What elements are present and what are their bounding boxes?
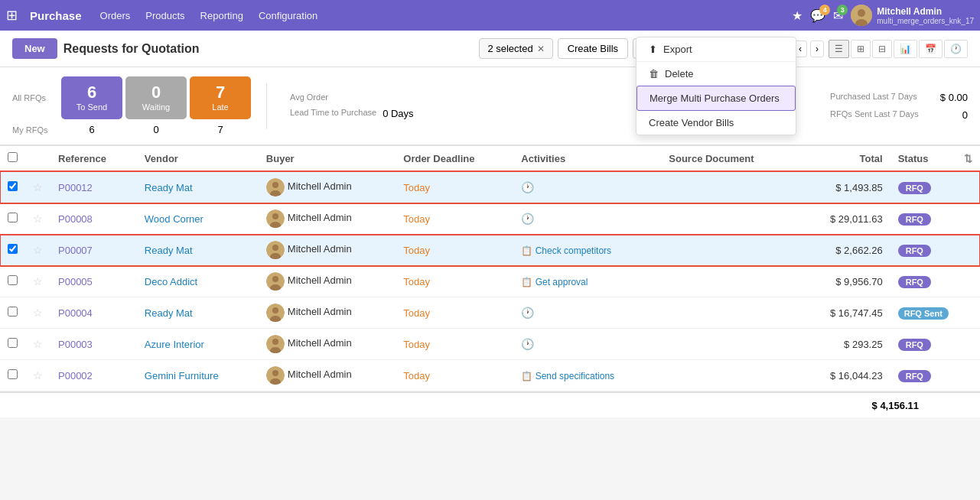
create-bills-button[interactable]: Create Bills [558, 38, 628, 59]
row-activities[interactable]: 📋 Get approval [513, 266, 661, 297]
new-button[interactable]: New [12, 38, 57, 59]
activity-link[interactable]: 📋 Check competitors [521, 245, 611, 256]
clock-view-button[interactable]: 🕐 [944, 40, 968, 58]
grid-view-button[interactable]: ⊟ [872, 40, 892, 58]
row-order-deadline: Today [396, 297, 513, 329]
row-star-cell[interactable]: ☆ [25, 360, 50, 391]
app-name[interactable]: Purchase [30, 9, 82, 22]
merge-menu-item[interactable]: Merge Multi Purchase Orders [637, 86, 796, 111]
th-activities[interactable]: Activities [513, 146, 661, 171]
to-send-stat[interactable]: 6 To Send [61, 76, 122, 119]
row-star-cell[interactable]: ☆ [25, 266, 50, 297]
row-reference[interactable]: P00003 [50, 329, 137, 360]
activity-link[interactable]: 📋 Send specifications [521, 371, 614, 381]
create-vendor-bills-menu-item[interactable]: Create Vendor Bills [637, 111, 796, 135]
row-star-cell[interactable]: ☆ [25, 171, 50, 203]
row-activities[interactable]: 📋 Check competitors [513, 235, 661, 266]
nav-configuration[interactable]: Configuration [259, 10, 317, 21]
star-icon-btn[interactable]: ★ [792, 8, 803, 23]
row-checkbox[interactable] [8, 213, 18, 222]
row-checkbox-cell[interactable] [0, 203, 25, 235]
row-reference[interactable]: P00005 [50, 266, 137, 297]
th-select-all[interactable] [0, 146, 25, 171]
nav-reporting[interactable]: Reporting [200, 10, 243, 21]
row-vendor[interactable]: Ready Mat [137, 235, 259, 266]
row-reference[interactable]: P00008 [50, 203, 137, 235]
star-icon[interactable]: ☆ [33, 369, 43, 381]
row-checkbox-cell[interactable] [0, 266, 25, 297]
list-view-button[interactable]: ☰ [829, 40, 849, 58]
row-activities[interactable]: 🕐 [513, 297, 661, 329]
nav-orders[interactable]: Orders [100, 10, 131, 21]
th-source-document[interactable]: Source Document [661, 146, 798, 171]
status-badge: RFQ [898, 245, 931, 257]
row-reference[interactable]: P00012 [50, 171, 137, 203]
export-menu-item[interactable]: ⬆ Export [637, 37, 796, 61]
th-total[interactable]: Total [798, 146, 890, 171]
row-star-cell[interactable]: ☆ [25, 297, 50, 329]
row-reference[interactable]: P00007 [50, 235, 137, 266]
row-reference[interactable]: P00004 [50, 297, 137, 329]
row-reference[interactable]: P00002 [50, 360, 137, 391]
row-activities[interactable]: 🕐 [513, 329, 661, 360]
row-checkbox-cell[interactable] [0, 297, 25, 329]
star-icon[interactable]: ☆ [33, 307, 43, 319]
deselect-icon[interactable]: ✕ [537, 44, 545, 54]
row-star-cell[interactable]: ☆ [25, 203, 50, 235]
star-icon[interactable]: ☆ [33, 213, 43, 225]
th-order-deadline[interactable]: Order Deadline [396, 146, 513, 171]
star-icon[interactable]: ☆ [33, 275, 43, 287]
row-vendor[interactable]: Wood Corner [137, 203, 259, 235]
row-checkbox-cell[interactable] [0, 329, 25, 360]
waiting-stat[interactable]: 0 Waiting [125, 76, 187, 119]
row-source-document [661, 297, 798, 329]
row-checkbox-cell[interactable] [0, 171, 25, 203]
activity-link[interactable]: 📋 Get approval [521, 277, 588, 287]
row-vendor[interactable]: Ready Mat [137, 297, 259, 329]
row-activities[interactable]: 🕐 [513, 203, 661, 235]
notifications-icon[interactable]: 💬 4 [810, 8, 825, 23]
row-star-cell[interactable]: ☆ [25, 329, 50, 360]
selected-button[interactable]: 2 selected ✕ [479, 38, 552, 59]
row-checkbox[interactable] [8, 275, 18, 285]
row-checkbox[interactable] [8, 369, 18, 379]
row-vendor[interactable]: Deco Addict [137, 266, 259, 297]
row-checkbox-cell[interactable] [0, 360, 25, 391]
kanban-view-button[interactable]: ⊞ [851, 40, 871, 58]
app-grid-icon[interactable]: ⊞ [6, 7, 18, 24]
th-status[interactable]: Status ⇅ [890, 146, 980, 171]
chart-view-button[interactable]: 📊 [894, 40, 917, 58]
row-vendor[interactable]: Gemini Furniture [137, 360, 259, 391]
row-checkbox-cell[interactable] [0, 235, 25, 266]
calendar-view-button[interactable]: 📅 [919, 40, 943, 58]
select-all-checkbox[interactable] [8, 152, 18, 162]
row-activities[interactable]: 🕐 [513, 171, 661, 203]
row-order-deadline: Today [396, 171, 513, 203]
row-activities[interactable]: 📋 Send specifications [513, 360, 661, 391]
user-info[interactable]: Mitchell Admin multi_merge_orders_knk_17 [851, 5, 974, 26]
row-checkbox[interactable] [8, 181, 18, 191]
next-page-button[interactable]: › [810, 41, 824, 57]
messages-icon[interactable]: ✉ 3 [833, 8, 843, 23]
all-rfqs-label: All RFQs [12, 93, 58, 102]
row-vendor[interactable]: Ready Mat [137, 171, 259, 203]
th-reference[interactable]: Reference [50, 146, 137, 171]
avatar [851, 5, 872, 26]
column-adjust-icon[interactable]: ⇅ [964, 153, 972, 164]
delete-menu-item[interactable]: 🗑 Delete [637, 62, 796, 86]
row-checkbox[interactable] [8, 307, 18, 317]
table-row: ☆P00004Ready MatMitchell AdminToday🕐$ 16… [0, 297, 980, 329]
row-checkbox[interactable] [8, 338, 18, 348]
star-icon[interactable]: ☆ [33, 338, 43, 350]
buyer-avatar [266, 241, 285, 259]
row-status: RFQ Sent [890, 297, 980, 329]
th-buyer[interactable]: Buyer [259, 146, 396, 171]
row-vendor[interactable]: Azure Interior [137, 329, 259, 360]
row-checkbox[interactable] [8, 244, 18, 254]
star-icon[interactable]: ☆ [33, 181, 43, 193]
nav-products[interactable]: Products [145, 10, 184, 21]
late-stat[interactable]: 7 Late [190, 76, 251, 119]
row-star-cell[interactable]: ☆ [25, 235, 50, 266]
star-icon[interactable]: ☆ [33, 244, 43, 256]
th-vendor[interactable]: Vendor [137, 146, 259, 171]
